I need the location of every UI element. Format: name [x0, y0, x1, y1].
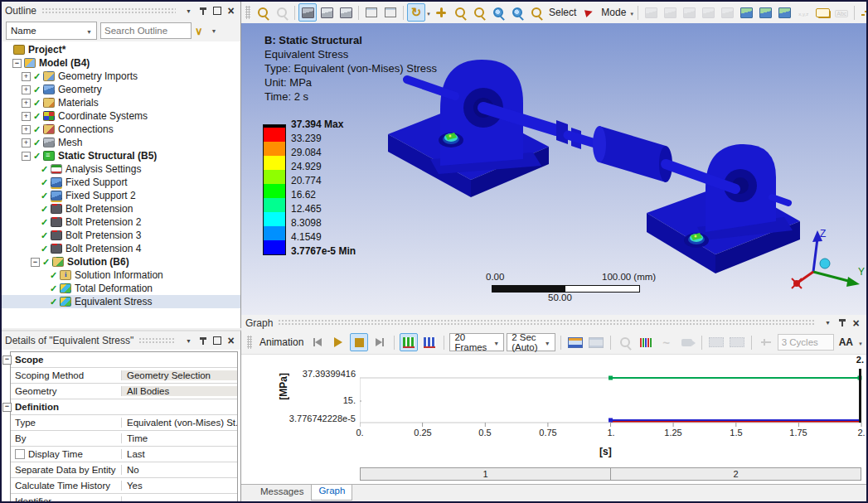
- tree-item-analysis-settings[interactable]: Analysis Settings: [2, 162, 240, 176]
- tree-item-static-structural-b5[interactable]: Static Structural (B5): [2, 149, 240, 162]
- maximize-icon[interactable]: [213, 336, 221, 345]
- expand-icon[interactable]: [22, 138, 31, 148]
- tree-item-solution-information[interactable]: Solution Information: [2, 268, 240, 282]
- chevron-down-icon[interactable]: [426, 7, 431, 18]
- select-cursor-icon[interactable]: [579, 3, 598, 22]
- skip-end-icon[interactable]: [371, 333, 389, 351]
- show-elements-icon[interactable]: [337, 3, 355, 22]
- collapse-icon[interactable]: [22, 152, 31, 161]
- tree-item-fixed-support-2[interactable]: Fixed Support 2: [2, 189, 240, 202]
- tree-item-bolt-pretension-3[interactable]: Bolt Pretension 3: [2, 229, 240, 242]
- antialiasing-toggle[interactable]: AA: [836, 336, 856, 348]
- result-sets-green-icon[interactable]: [400, 333, 418, 351]
- zoom-back-icon[interactable]: [254, 3, 272, 22]
- toolbar-grip[interactable]: [247, 336, 252, 349]
- tree-item-equivalent-stress[interactable]: Equivalent Stress: [2, 295, 240, 308]
- property-value[interactable]: No: [122, 465, 237, 475]
- export-video-icon[interactable]: [566, 333, 584, 351]
- tree-item-fixed-support[interactable]: Fixed Support: [2, 176, 240, 189]
- property-value[interactable]: Equivalent (von-Mises) St...: [122, 418, 237, 428]
- property-value[interactable]: All Bodies: [122, 386, 237, 396]
- tree-item-connections[interactable]: Connections: [2, 123, 240, 136]
- tree-item-geometry[interactable]: Geometry: [2, 83, 240, 96]
- pan-icon[interactable]: [432, 3, 450, 22]
- model-viewport[interactable]: B: Static StructuralEquivalent StressTyp…: [241, 23, 866, 315]
- collapse-icon[interactable]: [12, 59, 22, 68]
- expand-icon[interactable]: [22, 125, 31, 134]
- close-icon[interactable]: [225, 5, 237, 17]
- skip-start-icon[interactable]: [308, 333, 327, 351]
- property-value[interactable]: Yes: [122, 481, 237, 491]
- select-mesh-elements-icon[interactable]: [756, 3, 774, 22]
- tree-item-total-deformation[interactable]: Total Deformation: [2, 282, 240, 295]
- load-step-strip[interactable]: 1 2: [360, 467, 861, 481]
- expand-icon[interactable]: [22, 99, 31, 108]
- chart-tool-icon[interactable]: [858, 3, 868, 22]
- toolbar-grip[interactable]: [245, 6, 250, 19]
- duration-combo[interactable]: 2 Sec (Auto): [507, 333, 555, 351]
- select-mesh-nodes-icon[interactable]: [737, 3, 755, 22]
- section-plane-icon[interactable]: [362, 3, 381, 22]
- maximize-icon[interactable]: [213, 7, 221, 15]
- rotate-icon[interactable]: [407, 3, 425, 22]
- collapse-icon[interactable]: −: [2, 355, 12, 365]
- probe-tag-icon[interactable]: [813, 3, 832, 22]
- chevron-down-icon[interactable]: [858, 336, 863, 348]
- close-icon[interactable]: [225, 335, 237, 347]
- panel-drag-texture[interactable]: [138, 337, 176, 345]
- pin-icon[interactable]: [838, 318, 846, 327]
- toolbar-options-caret-icon[interactable]: [208, 25, 221, 37]
- load-step-cell[interactable]: 2: [611, 468, 861, 480]
- tree-item-solution-b6[interactable]: Solution (B6): [2, 255, 240, 268]
- search-outline-input[interactable]: [100, 22, 192, 39]
- panel-menu-icon[interactable]: [822, 317, 834, 329]
- tree-item-materials[interactable]: Materials: [2, 96, 240, 109]
- collapse-icon[interactable]: [31, 258, 40, 267]
- close-icon[interactable]: [850, 317, 862, 329]
- tree-item-bolt-pretension[interactable]: Bolt Pretension: [2, 202, 240, 215]
- frames-combo[interactable]: 20 Frames: [449, 333, 504, 351]
- rgb-columns-icon[interactable]: [637, 333, 655, 351]
- orientation-triad[interactable]: Z Y: [788, 227, 865, 300]
- expand-icon[interactable]: [22, 72, 31, 81]
- tree-item-geometry-imports[interactable]: Geometry Imports: [2, 70, 240, 83]
- tree-item-bolt-pretension-2[interactable]: Bolt Pretension 2: [2, 215, 240, 229]
- shaded-exterior-icon[interactable]: [298, 3, 317, 22]
- zoom-fit-icon[interactable]: [489, 3, 507, 22]
- chevron-down-icon[interactable]: [629, 7, 634, 18]
- expand-icon[interactable]: [22, 85, 31, 94]
- tree-item-bolt-pretension-4[interactable]: Bolt Pretension 4: [2, 242, 240, 255]
- checkbox[interactable]: [15, 449, 25, 459]
- stress-time-chart[interactable]: [360, 365, 866, 431]
- shaded-wireframe-icon[interactable]: [318, 3, 336, 22]
- box-zoom-icon[interactable]: [470, 3, 488, 22]
- property-value[interactable]: Time: [122, 433, 237, 443]
- zoom-in-icon[interactable]: [451, 3, 469, 22]
- panel-drag-texture[interactable]: [41, 7, 176, 15]
- panel-menu-icon[interactable]: [182, 5, 195, 17]
- select-mesh-faces-icon[interactable]: [775, 3, 793, 22]
- tree-item-model-b4[interactable]: Model (B4): [2, 56, 240, 70]
- collapse-icon[interactable]: −: [2, 403, 12, 412]
- pin-icon[interactable]: [199, 336, 207, 346]
- expand-icon[interactable]: [22, 112, 31, 121]
- tab-graph[interactable]: Graph: [311, 485, 352, 501]
- tree-item-coordinate-systems[interactable]: Coordinate Systems: [2, 109, 240, 123]
- property-value[interactable]: Geometry Selection: [122, 370, 237, 380]
- name-filter-combo[interactable]: Name: [6, 22, 97, 40]
- tree-item-mesh[interactable]: Mesh: [2, 136, 240, 149]
- manage-views-icon[interactable]: [381, 3, 400, 22]
- panel-drag-texture[interactable]: [278, 319, 815, 326]
- tree-item-project[interactable]: Project*: [2, 43, 240, 56]
- panel-menu-icon[interactable]: [182, 335, 195, 347]
- result-sets-blue-icon[interactable]: [420, 333, 439, 351]
- stop-icon[interactable]: [350, 333, 368, 351]
- pin-icon[interactable]: [199, 7, 207, 16]
- search-expand-chevron-icon[interactable]: [195, 25, 203, 37]
- previous-view-icon[interactable]: [527, 3, 546, 22]
- load-step-cell[interactable]: 1: [361, 468, 611, 480]
- magnifier-window-icon[interactable]: [508, 3, 526, 22]
- play-icon[interactable]: [329, 333, 347, 351]
- property-value[interactable]: Last: [122, 449, 237, 459]
- tab-messages[interactable]: Messages: [253, 485, 311, 501]
